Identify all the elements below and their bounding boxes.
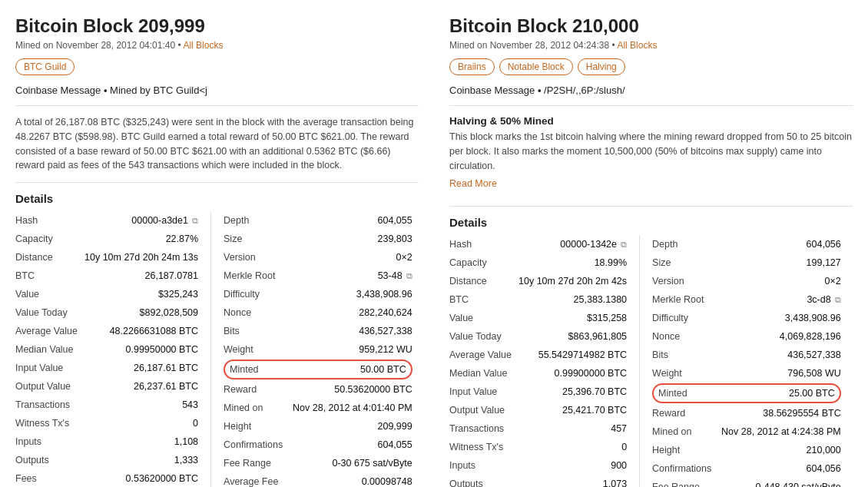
copy-icon[interactable]: ⧉ bbox=[190, 216, 198, 225]
detail-label: Size bbox=[652, 255, 721, 270]
detail-value: 239,803 bbox=[293, 231, 412, 247]
detail-row: Average Value48.2266631088 BTC bbox=[15, 322, 198, 340]
detail-label: Bits bbox=[652, 347, 721, 363]
detail-value: 50.00 BTC bbox=[299, 362, 406, 377]
detail-row: Reward38.56295554 BTC bbox=[652, 404, 841, 422]
detail-value: Nov 28, 2012 at 4:24:38 PM bbox=[721, 424, 841, 439]
detail-label: Mined on bbox=[224, 400, 293, 416]
detail-label: Weight bbox=[224, 342, 293, 357]
detail-row: Confirmations604,055 bbox=[224, 436, 412, 454]
detail-value: 25.00 BTC bbox=[727, 386, 835, 401]
detail-label: Value bbox=[15, 287, 84, 302]
detail-value: 209,999 bbox=[293, 419, 412, 434]
detail-value: $315,258 bbox=[518, 310, 627, 326]
tag[interactable]: Notable Block bbox=[499, 58, 573, 75]
detail-row: Value Today$863,961,805 bbox=[449, 327, 627, 346]
detail-label: Capacity bbox=[449, 255, 518, 270]
tag[interactable]: BTC Guild bbox=[15, 58, 75, 75]
detail-row: Weight959,212 WU bbox=[224, 340, 412, 359]
detail-value: 436,527,338 bbox=[293, 323, 412, 339]
detail-value: 457 bbox=[518, 421, 627, 436]
detail-row: Witness Tx's0 bbox=[15, 414, 198, 432]
detail-value: 25,396.70 BTC bbox=[518, 384, 627, 399]
detail-row: Transactions543 bbox=[15, 396, 198, 414]
detail-label: Average Fee bbox=[224, 474, 293, 487]
block-209999-description: A total of 26,187.08 BTC ($325,243) were… bbox=[15, 115, 419, 173]
detail-row: Outputs1,333 bbox=[15, 451, 198, 469]
detail-value: 25,421.70 BTC bbox=[518, 403, 627, 418]
detail-row: Witness Tx's0 bbox=[449, 438, 627, 456]
detail-label: Difficulty bbox=[224, 287, 293, 302]
detail-value: 55.5429714982 BTC bbox=[518, 347, 627, 363]
detail-label: Outputs bbox=[15, 452, 84, 468]
all-blocks-link-1[interactable]: All Blocks bbox=[183, 40, 223, 51]
detail-label: Distance bbox=[449, 273, 518, 289]
tag[interactable]: Halving bbox=[578, 58, 625, 75]
coinbase-label-2: Coinbase Message • /P2SH/,,6P:/slush/ bbox=[449, 84, 853, 96]
detail-label: Depth bbox=[224, 213, 293, 228]
detail-value: 796,508 WU bbox=[721, 366, 841, 381]
detail-value: 0 bbox=[84, 416, 198, 431]
detail-row: Height209,999 bbox=[224, 417, 412, 436]
detail-label: Output Value bbox=[15, 379, 84, 394]
detail-label: Fees bbox=[15, 471, 84, 486]
detail-row: Median Value0.99900000 BTC bbox=[449, 364, 627, 383]
detail-label: Inputs bbox=[449, 458, 518, 473]
all-blocks-link-2[interactable]: All Blocks bbox=[617, 40, 657, 51]
detail-row: Height210,000 bbox=[652, 441, 841, 459]
detail-row: Value Today$892,028,509 bbox=[15, 303, 198, 322]
detail-value: 436,527,338 bbox=[721, 347, 841, 363]
detail-label: Distance bbox=[15, 250, 84, 265]
detail-label: Height bbox=[652, 442, 721, 458]
detail-row: Size199,127 bbox=[652, 253, 841, 272]
detail-row: Capacity18.99% bbox=[449, 253, 627, 272]
detail-row: BTC25,383.1380 bbox=[449, 290, 627, 309]
vertical-divider-1 bbox=[210, 211, 211, 487]
left-details-2: Hash00000-1342e ⧉Capacity18.99%Distance1… bbox=[449, 235, 627, 487]
detail-label: Difficulty bbox=[652, 310, 721, 326]
copy-icon[interactable]: ⧉ bbox=[833, 295, 841, 304]
detail-label: Reward bbox=[652, 406, 721, 421]
detail-row: Transactions457 bbox=[449, 419, 627, 438]
detail-value: 00000-a3de1 ⧉ bbox=[84, 213, 198, 228]
detail-label: Hash bbox=[449, 237, 518, 252]
tag[interactable]: Braiins bbox=[449, 58, 495, 75]
detail-row: Depth604,056 bbox=[652, 235, 841, 253]
detail-label: Transactions bbox=[449, 421, 518, 436]
detail-label: BTC bbox=[15, 268, 84, 283]
detail-row: Depth604,055 bbox=[224, 211, 412, 230]
detail-label: Witness Tx's bbox=[449, 439, 518, 455]
detail-row: Output Value25,421.70 BTC bbox=[449, 401, 627, 419]
detail-row: Nonce4,069,828,196 bbox=[652, 327, 841, 346]
detail-value: 959,212 WU bbox=[293, 342, 412, 357]
detail-value: 10y 10m 27d 20h 2m 42s bbox=[518, 273, 627, 289]
detail-row: Median Value0.99950000 BTC bbox=[15, 340, 198, 359]
detail-row: Size239,803 bbox=[224, 230, 412, 248]
detail-row: Version0×2 bbox=[224, 248, 412, 267]
detail-label: Input Value bbox=[449, 384, 518, 399]
detail-value: 282,240,624 bbox=[293, 305, 412, 320]
detail-value: 604,056 bbox=[721, 237, 841, 252]
copy-icon[interactable]: ⧉ bbox=[618, 240, 627, 249]
detail-row: Distance10y 10m 27d 20h 2m 42s bbox=[449, 272, 627, 290]
detail-row: Mined onNov 28, 2012 at 4:24:38 PM bbox=[652, 422, 841, 441]
detail-value: 26,187.0781 bbox=[84, 268, 198, 283]
detail-row: Hash00000-a3de1 ⧉ bbox=[15, 211, 198, 230]
detail-row: Merkle Root53-48 ⧉ bbox=[224, 267, 412, 285]
detail-label: Transactions bbox=[15, 397, 84, 412]
detail-label: Minted bbox=[658, 386, 727, 401]
detail-label: Confirmations bbox=[652, 461, 721, 476]
detail-label: Weight bbox=[652, 366, 721, 381]
detail-value: 0-448,430 sat/vByte bbox=[721, 479, 841, 487]
copy-icon[interactable]: ⧉ bbox=[404, 271, 412, 280]
detail-row: Fees0.53620000 BTC bbox=[15, 469, 198, 487]
detail-label: Depth bbox=[652, 237, 721, 252]
detail-row: Inputs1,108 bbox=[15, 432, 198, 451]
detail-value: 53-48 ⧉ bbox=[293, 268, 412, 283]
detail-label: Height bbox=[224, 419, 293, 434]
detail-label: Nonce bbox=[224, 305, 293, 320]
detail-row: Reward50.53620000 BTC bbox=[224, 380, 412, 399]
block-209999-title: Bitcoin Block 209,999 bbox=[15, 15, 419, 37]
read-more-link[interactable]: Read More bbox=[449, 178, 497, 189]
detail-value: 3c-d8 ⧉ bbox=[721, 292, 841, 307]
